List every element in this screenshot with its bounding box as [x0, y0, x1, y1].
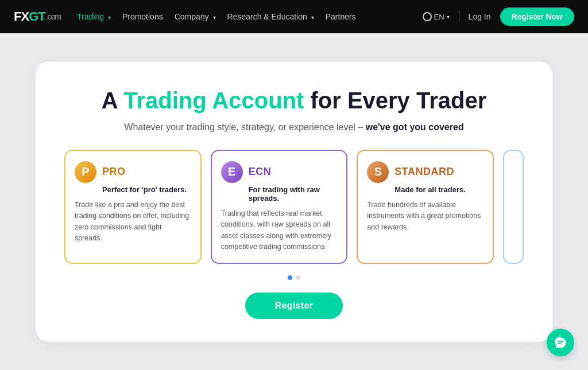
nav-link-partners[interactable]: Partners — [326, 12, 356, 21]
pro-icon: P — [75, 161, 96, 183]
standard-icon: S — [367, 161, 389, 183]
globe-icon — [423, 12, 432, 21]
carousel-dots — [64, 275, 524, 280]
nav-item-company[interactable]: Company ▾ — [175, 11, 216, 22]
nav-item-research[interactable]: Research & Education ▾ — [227, 11, 314, 22]
ecn-description: Trading that reflects real market condit… — [221, 208, 338, 253]
ecn-icon: E — [221, 161, 243, 183]
card-header-standard: S STANDARD — [367, 161, 483, 183]
card-header-ecn: E ECN — [221, 161, 338, 183]
chat-icon — [554, 336, 567, 349]
account-card-pro[interactable]: P PRO Perfect for 'pro' traders. Trade l… — [64, 150, 202, 264]
chevron-down-icon: ▾ — [108, 14, 111, 21]
navbar: FXGT.com Trading ▾ Promotions Company ▾ — [0, 0, 588, 33]
pro-tagline: Perfect for 'pro' traders. — [102, 185, 191, 194]
nav-item-promotions[interactable]: Promotions — [122, 11, 163, 22]
account-cards-row: P PRO Perfect for 'pro' traders. Trade l… — [64, 150, 524, 264]
nav-links: Trading ▾ Promotions Company ▾ Research … — [77, 11, 356, 22]
navbar-left: FXGT.com Trading ▾ Promotions Company ▾ — [14, 9, 356, 24]
nav-link-promotions[interactable]: Promotions — [122, 12, 163, 21]
pro-description: Trade like a pro and enjoy the best trad… — [75, 200, 191, 244]
login-button[interactable]: Log In — [469, 12, 491, 21]
card-header-pro: P PRO — [75, 161, 191, 183]
hero-title-highlight: Trading Account — [123, 88, 304, 113]
lang-label: EN — [434, 13, 444, 21]
logo-dotcom: .com — [46, 12, 61, 21]
ecn-tagline: For trading with raw spreads. — [249, 185, 338, 202]
nav-link-research[interactable]: Research & Education ▾ — [227, 12, 314, 21]
hero-subtitle: Whatever your trading style, strategy, o… — [64, 122, 524, 133]
hero-subtitle-bold: we've got you covered — [366, 122, 464, 132]
chevron-down-icon: ▾ — [447, 14, 450, 20]
nav-item-trading[interactable]: Trading ▾ — [77, 11, 111, 22]
carousel-dot-2[interactable] — [296, 275, 300, 280]
account-card-standard[interactable]: S STANDARD Made for all traders. Trade h… — [357, 150, 494, 264]
standard-name: STANDARD — [394, 166, 454, 178]
logo-gt: GT — [29, 9, 45, 24]
carousel-dot-1[interactable] — [288, 275, 292, 280]
account-card-next-peek — [503, 150, 524, 264]
chevron-down-icon: ▾ — [213, 14, 216, 21]
account-card-ecn[interactable]: E ECN For trading with raw spreads. Trad… — [211, 150, 348, 264]
chat-fab-button[interactable] — [547, 329, 574, 356]
standard-description: Trade hundreds of available instruments … — [367, 200, 483, 233]
language-button[interactable]: EN ▾ — [423, 12, 450, 21]
hero-title: A Trading Account for Every Trader — [64, 87, 524, 114]
nav-link-trading[interactable]: Trading ▾ — [77, 12, 111, 21]
nav-link-company[interactable]: Company ▾ — [175, 12, 216, 21]
logo[interactable]: FXGT.com — [14, 9, 61, 24]
hero-title-end: for Every Trader — [304, 88, 486, 113]
nav-item-partners[interactable]: Partners — [326, 11, 356, 22]
hero-title-start: A — [102, 88, 124, 113]
hero-card: A Trading Account for Every Trader Whate… — [36, 61, 552, 342]
nav-divider — [459, 11, 459, 22]
chevron-down-icon: ▾ — [311, 14, 314, 21]
hero-subtitle-text: Whatever your trading style, strategy, o… — [124, 122, 365, 132]
logo-fx: FX — [14, 9, 29, 24]
register-main-button[interactable]: Register — [245, 293, 343, 319]
pro-name: PRO — [102, 166, 126, 178]
navbar-right: EN ▾ Log In Register Now — [423, 7, 574, 26]
ecn-name: ECN — [249, 166, 272, 178]
standard-tagline: Made for all traders. — [394, 185, 483, 194]
register-nav-button[interactable]: Register Now — [500, 7, 574, 26]
main-content: A Trading Account for Every Trader Whate… — [0, 33, 588, 370]
